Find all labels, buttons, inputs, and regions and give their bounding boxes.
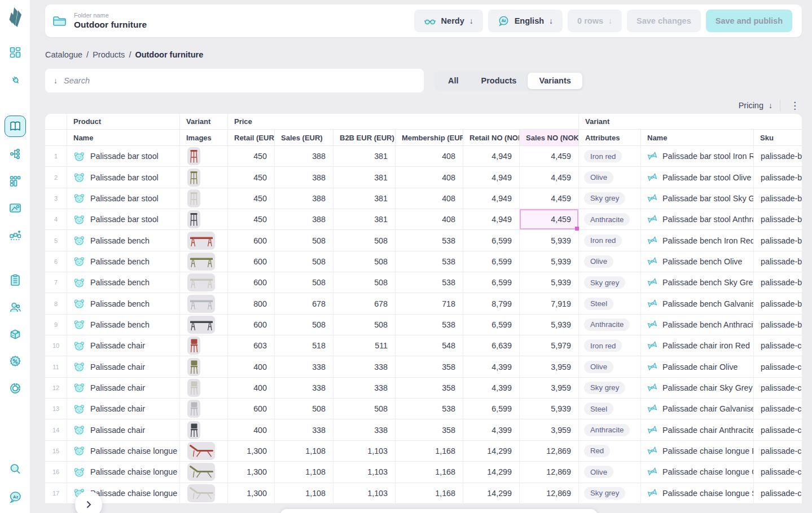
sidebar-item-language[interactable]: Az bbox=[8, 490, 22, 504]
cell-sales-nok[interactable]: 5,979 bbox=[519, 335, 578, 356]
cell-sales-nok[interactable]: 5,939 bbox=[519, 272, 578, 293]
sku-cell[interactable]: palissade-bench bbox=[753, 315, 802, 335]
cell-sales-eur[interactable]: 388 bbox=[274, 167, 333, 187]
cell-retail-nok[interactable]: 6,599 bbox=[463, 251, 519, 272]
cell-sales-eur[interactable]: 508 bbox=[274, 251, 333, 272]
cell-sales-nok[interactable]: 5,939 bbox=[519, 315, 578, 335]
attributes-cell[interactable]: Iron red bbox=[578, 230, 640, 250]
row-number-cell[interactable]: 9 bbox=[45, 315, 67, 335]
sidebar-item-promotions[interactable] bbox=[8, 355, 22, 368]
variant-name-cell[interactable]: Palissade chair iron Red bbox=[640, 335, 753, 356]
cell-retail-nok[interactable]: 4,949 bbox=[463, 188, 519, 209]
cell-sales-eur[interactable]: 1,108 bbox=[274, 462, 333, 482]
variant-name-cell[interactable]: Palissade chaise longue Red bbox=[640, 441, 753, 461]
cell-retail-eur[interactable]: 600 bbox=[227, 251, 274, 272]
cell-membership-eur[interactable]: 358 bbox=[395, 378, 463, 398]
sku-cell[interactable]: palissade-bar-stool bbox=[753, 209, 802, 229]
sidebar-item-hierarchy[interactable] bbox=[8, 147, 22, 161]
sku-cell[interactable]: palissade-chaise-longue bbox=[753, 441, 802, 461]
cell-retail-nok[interactable]: 8,799 bbox=[463, 293, 519, 313]
product-name-cell[interactable]: Palissade bar stool bbox=[67, 167, 179, 187]
pricing-sort-button[interactable]: Pricing bbox=[739, 101, 763, 110]
row-number-cell[interactable]: 16 bbox=[45, 462, 67, 482]
sidebar-item-integrations[interactable] bbox=[8, 73, 22, 86]
search-input[interactable] bbox=[64, 76, 415, 85]
row-number-cell[interactable]: 12 bbox=[45, 378, 67, 398]
column-header-retail-eur-[interactable]: Retail (EUR) bbox=[227, 130, 274, 145]
cell-sales-eur[interactable]: 338 bbox=[274, 356, 333, 377]
variant-name-cell[interactable]: Palissade bar stool Olive bbox=[640, 167, 753, 187]
cell-retail-eur[interactable]: 600 bbox=[227, 272, 274, 293]
variant-image-cell[interactable] bbox=[179, 356, 227, 377]
cell-b2b-eur[interactable]: 1,103 bbox=[333, 483, 395, 503]
cell-retail-eur[interactable]: 400 bbox=[227, 419, 274, 440]
save-and-publish-button[interactable]: Save and publish bbox=[706, 10, 792, 32]
cell-sales-nok[interactable]: 5,939 bbox=[519, 251, 578, 272]
product-name-cell[interactable]: Palissade bar stool bbox=[67, 188, 179, 209]
cell-sales-eur[interactable]: 388 bbox=[274, 146, 333, 166]
attributes-cell[interactable]: Sky grey bbox=[578, 272, 640, 293]
product-name-cell[interactable]: Palissade chair bbox=[67, 419, 179, 440]
product-name-cell[interactable]: Palissade bench bbox=[67, 293, 179, 313]
cell-b2b-eur[interactable]: 338 bbox=[333, 378, 395, 398]
column-header-sales-no-nok-[interactable]: Sales NO (NOK) bbox=[519, 130, 578, 145]
cell-retail-eur[interactable]: 600 bbox=[227, 315, 274, 335]
cell-membership-eur[interactable]: 718 bbox=[395, 293, 463, 313]
sidebar-item-search[interactable] bbox=[8, 462, 22, 476]
cell-sales-eur[interactable]: 388 bbox=[274, 188, 333, 209]
sidebar-item-components[interactable] bbox=[8, 174, 22, 188]
attributes-cell[interactable]: Iron red bbox=[578, 335, 640, 356]
cell-sales-eur[interactable]: 338 bbox=[274, 378, 333, 398]
product-name-cell[interactable]: Palissade chaise longue bbox=[67, 441, 179, 461]
product-name-cell[interactable]: Palissade chair bbox=[67, 335, 179, 356]
cell-b2b-eur[interactable]: 381 bbox=[333, 167, 395, 187]
cell-retail-nok[interactable]: 4,949 bbox=[463, 209, 519, 229]
cell-sales-eur[interactable]: 508 bbox=[274, 315, 333, 335]
cell-membership-eur[interactable]: 358 bbox=[395, 356, 463, 377]
cell-membership-eur[interactable]: 408 bbox=[395, 167, 463, 187]
cell-sales-nok[interactable]: 4,459 bbox=[519, 167, 578, 187]
product-name-cell[interactable]: Palissade chair bbox=[67, 356, 179, 377]
row-number-cell[interactable]: 6 bbox=[45, 251, 67, 272]
product-name-cell[interactable]: Palissade bar stool bbox=[67, 146, 179, 166]
cell-sales-eur[interactable]: 388 bbox=[274, 209, 333, 229]
cell-membership-eur[interactable]: 358 bbox=[395, 419, 463, 440]
product-name-cell[interactable]: Palissade chaise longue bbox=[67, 462, 179, 482]
sku-cell[interactable]: palissade-chaise-longue bbox=[753, 462, 802, 482]
cell-membership-eur[interactable]: 538 bbox=[395, 272, 463, 293]
breadcrumb-catalogue[interactable]: Catalogue bbox=[45, 50, 82, 59]
attributes-cell[interactable]: Iron red bbox=[578, 146, 640, 166]
row-number-cell[interactable]: 11 bbox=[45, 356, 67, 377]
cell-sales-eur[interactable]: 508 bbox=[274, 399, 333, 419]
cell-b2b-eur[interactable]: 381 bbox=[333, 188, 395, 209]
cell-retail-nok[interactable]: 6,599 bbox=[463, 230, 519, 250]
variant-image-cell[interactable] bbox=[179, 441, 227, 461]
cell-b2b-eur[interactable]: 338 bbox=[333, 356, 395, 377]
cell-retail-nok[interactable]: 4,949 bbox=[463, 146, 519, 166]
pagination-bar[interactable] bbox=[280, 509, 598, 513]
cell-sales-nok[interactable]: 12,869 bbox=[519, 462, 578, 482]
cell-retail-eur[interactable]: 1,300 bbox=[227, 483, 274, 503]
cell-sales-eur[interactable]: 508 bbox=[274, 230, 333, 250]
cell-sales-eur[interactable]: 1,108 bbox=[274, 441, 333, 461]
tab-all[interactable]: All bbox=[437, 73, 470, 89]
row-number-cell[interactable]: 10 bbox=[45, 335, 67, 356]
cell-membership-eur[interactable]: 548 bbox=[395, 335, 463, 356]
sidebar-item-catalogue[interactable] bbox=[5, 116, 26, 137]
tab-products[interactable]: Products bbox=[470, 73, 528, 89]
cell-b2b-eur[interactable]: 508 bbox=[333, 315, 395, 335]
sku-cell[interactable]: palissade-chair bbox=[753, 399, 802, 419]
variant-name-cell[interactable]: Palissade bench Galvanised bbox=[640, 293, 753, 313]
cell-retail-nok[interactable]: 6,599 bbox=[463, 315, 519, 335]
variant-image-cell[interactable] bbox=[179, 399, 227, 419]
cell-membership-eur[interactable]: 1,168 bbox=[395, 462, 463, 482]
cell-b2b-eur[interactable]: 508 bbox=[333, 230, 395, 250]
cell-sales-nok[interactable]: 3,959 bbox=[519, 378, 578, 398]
attributes-cell[interactable]: Anthracite bbox=[578, 419, 640, 440]
attributes-cell[interactable]: Anthracite bbox=[578, 315, 640, 335]
cell-retail-nok[interactable]: 4,949 bbox=[463, 167, 519, 187]
variant-image-cell[interactable] bbox=[179, 315, 227, 335]
sku-cell[interactable]: palissade-bar-stool bbox=[753, 167, 802, 187]
cell-sales-nok[interactable]: 3,959 bbox=[519, 356, 578, 377]
variant-image-cell[interactable] bbox=[179, 230, 227, 250]
